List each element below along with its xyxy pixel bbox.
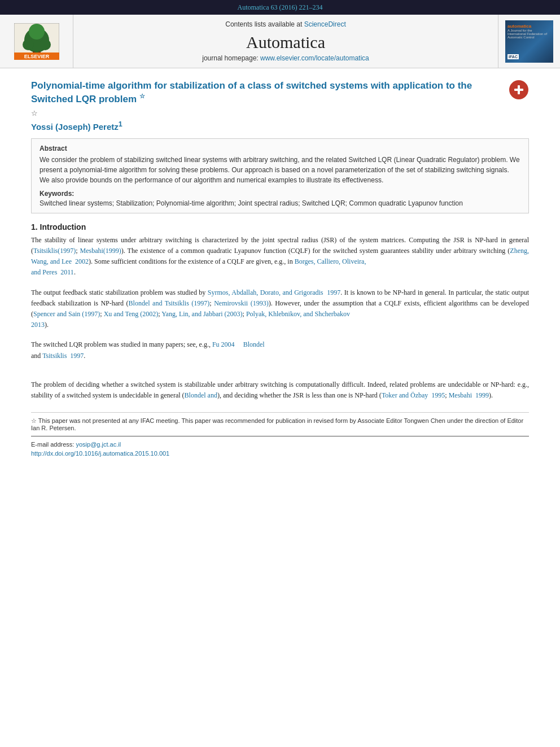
automatica-cover-image: automatica A Journal for the Internation… (505, 20, 553, 63)
homepage-link[interactable]: www.elsevier.com/locate/automatica (260, 54, 369, 62)
svg-point-5 (29, 24, 45, 40)
svg-text:ELSEVIER: ELSEVIER (24, 54, 49, 59)
cite-spencer-sain-1997[interactable]: Spencer and Sain (1997) (33, 310, 100, 318)
author-name: Yossi (Joseph) Peretz1 (31, 120, 501, 132)
body-section-intro: 1. Introduction The stability of linear … (31, 222, 529, 401)
cite-blondel-and[interactable]: Blondel and (185, 391, 217, 399)
cite-tsitsiklis-1997[interactable]: Tsitsiklis(1997) (33, 247, 76, 255)
cite-mesbahi-1999[interactable]: Mesbahi(1999) (80, 247, 121, 255)
page-wrapper: Automatica 63 (2016) 221–234 (0, 0, 560, 747)
article-title: Polynomial-time algorithm for stabilizat… (31, 80, 501, 106)
journal-title: Automatica (246, 33, 325, 52)
journal-header: ELSEVIER Contents lists available at Sci… (0, 15, 560, 68)
cite-nemirovskii-1993[interactable]: Nemirovskii (1993) (214, 299, 268, 307)
abstract-text: We consider the problem of stabilizing s… (40, 155, 520, 185)
body-text-para3: The switched LQR problem was studied in … (31, 339, 529, 361)
cite-toker-ozbay-1995[interactable]: Toker and Özbay 1995 (382, 391, 445, 399)
crossmark-icon (509, 80, 529, 100)
cite-blondel-tsitsiklis-1997[interactable]: Blondel and Tsitsiklis (1997) (129, 299, 210, 307)
journal-center-info: Contents lists available at ScienceDirec… (73, 15, 498, 68)
elsevier-logo-area: ELSEVIER (0, 15, 73, 68)
star-note: ☆ (31, 109, 501, 118)
footer-email: E-mail address: yosip@g.jct.ac.il (31, 441, 529, 448)
cite-xu-teng-2002[interactable]: Xu and Teng (2002) (104, 310, 159, 318)
svg-point-3 (23, 39, 34, 50)
cite-syrmos-1997[interactable]: Syrmos, Abdallah, Dorato, and Grigoradis… (208, 289, 341, 296)
cite-yang-lin-jabbari-2003[interactable]: Yang, Lin, and Jabbari (2003) (161, 310, 242, 318)
doi-link[interactable]: http://dx.doi.org/10.1016/j.automatica.2… (31, 450, 169, 457)
svg-rect-13 (518, 85, 520, 94)
footer-doi: http://dx.doi.org/10.1016/j.automatica.2… (31, 450, 529, 457)
crossmark-area[interactable] (509, 80, 529, 102)
body-text-para1: The stability of linear systems under ar… (31, 235, 529, 278)
available-text: Contents lists available at ScienceDirec… (225, 20, 345, 28)
cite-blondel-2[interactable]: Blondel (243, 340, 265, 348)
abstract-heading: Abstract (40, 145, 520, 152)
section-1-heading: 1. Introduction (31, 222, 529, 231)
body-text-para2: The output feedback static stabilization… (31, 287, 529, 331)
svg-point-4 (40, 39, 51, 50)
keywords-heading: Keywords: (40, 190, 520, 198)
email-link[interactable]: yosip@g.jct.ac.il (76, 441, 121, 448)
science-direct-link[interactable]: ScienceDirect (304, 20, 346, 28)
main-content: Polynomial-time algorithm for stabilizat… (0, 68, 560, 470)
body-text-para4: The problem of deciding whether a switch… (31, 379, 529, 401)
homepage-text: journal homepage: www.elsevier.com/locat… (202, 54, 369, 62)
footer-note-star: ☆ This paper was not presented at any IF… (31, 417, 529, 431)
footer-divider (31, 436, 529, 436)
journal-ref-link[interactable]: Automatica 63 (2016) 221–234 (238, 3, 323, 11)
automatica-cover-area: automatica A Journal for the Internation… (498, 15, 560, 68)
cite-fu-2004[interactable]: Fu 2004 (212, 340, 235, 348)
keywords-text: Switched linear systems; Stabilization; … (40, 199, 520, 207)
cite-tsitsiklis-1997-2[interactable]: Tsitsiklis 1997 (42, 352, 84, 360)
top-bar: Automatica 63 (2016) 221–234 (0, 0, 560, 15)
article-title-section: Polynomial-time algorithm for stabilizat… (31, 80, 529, 132)
abstract-box: Abstract We consider the problem of stab… (31, 138, 529, 213)
cite-mesbahi-1999-2[interactable]: Mesbahi 1999 (449, 391, 489, 399)
footer-notes: ☆ This paper was not presented at any IF… (31, 412, 529, 457)
elsevier-tree-icon: ELSEVIER (14, 23, 59, 60)
